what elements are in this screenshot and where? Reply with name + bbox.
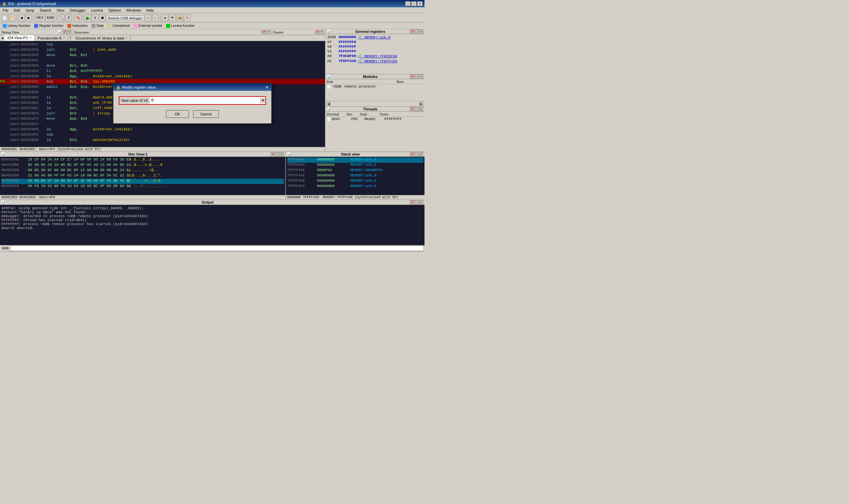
stack-line-ref[interactable]: MEMORY:unk_0 (350, 158, 376, 163)
tb-xref[interactable]: X (65, 15, 72, 21)
stack-line-ref[interactable]: MEMORY:unk_0 (350, 163, 376, 168)
code-line[interactable]: .text:0045CDCCmove$a0, $s2 (0, 52, 325, 58)
gdb-input[interactable] (10, 246, 424, 251)
dv-close[interactable]: ✕ (67, 30, 71, 34)
reg-float[interactable]: □ (415, 30, 418, 34)
stack-line-ref[interactable]: MEMORY:00000F01 (350, 168, 383, 174)
dialog-dropdown-arrow[interactable]: ▼ (260, 98, 265, 103)
tab-pseudo-close[interactable]: ✕ (63, 36, 65, 39)
dialog-ok-button[interactable]: OK (166, 110, 189, 118)
menu-windows[interactable]: Windows (125, 8, 142, 13)
minimize-button[interactable]: ─ (405, 1, 411, 6)
out-float[interactable]: □ (415, 200, 418, 204)
mod-nav-right[interactable]: ▶ (419, 102, 423, 106)
reg-link[interactable]: 🔗 MEMORY:unk_0 (358, 35, 391, 39)
menu-options[interactable]: Options (107, 8, 122, 13)
mod-float[interactable]: □ (415, 75, 418, 78)
tb-fwd[interactable]: ▶ (25, 15, 32, 21)
tb-modules[interactable]: 📦 (177, 15, 183, 21)
mod-nav-left[interactable]: ◀ (327, 102, 331, 106)
menu-edit[interactable]: Edit (13, 8, 21, 13)
reg-close[interactable]: ✕ (419, 30, 423, 34)
code-line[interactable]: .text:0045CDFCnop (0, 132, 325, 137)
tab-nav-left[interactable]: ◀ (1, 36, 3, 40)
menu-view[interactable]: View (55, 8, 66, 13)
code-line[interactable]: .text:0045CDC8jalr$t9; inet_addr (0, 47, 325, 52)
hex-close[interactable]: ✕ (280, 152, 284, 156)
maximize-button[interactable]: □ (411, 1, 417, 6)
enums-close[interactable]: ✕ (320, 30, 324, 34)
tab-pseudocode[interactable]: Pseudocode-A ✕ (35, 35, 68, 41)
tb-hex[interactable]: HEX (35, 15, 45, 21)
tab-occurrences[interactable]: Occurrences of: binary ip data ✕ (73, 35, 131, 41)
hex-float[interactable]: □ (275, 152, 279, 156)
stk-close[interactable]: ✕ (419, 152, 423, 156)
stack-line[interactable]: 7FFFF454 00000000 MEMORY:unk_0 (287, 184, 423, 189)
code-line[interactable]: .text:0045CDD0move$s1, $v0 (0, 63, 325, 68)
dialog-cancel-button[interactable]: Cancel (193, 110, 219, 118)
tab-occ-close[interactable]: ✕ (125, 36, 128, 39)
menu-file[interactable]: File (1, 8, 10, 13)
menu-lumina[interactable]: Lumina (90, 8, 104, 13)
stack-line-ref[interactable]: MEMORY:unk_0 (350, 174, 376, 179)
stk-float[interactable]: □ (415, 152, 418, 156)
stack-line-ref[interactable]: MEMORY:unk_0 (350, 179, 376, 184)
menu-debugger[interactable]: Debugger (68, 8, 87, 13)
thr-close[interactable]: ✕ (419, 107, 423, 111)
hex-view-content[interactable]: 0045CDA0 18 CF 84 24 A4 CF E7 24 8F 04 0… (0, 157, 285, 195)
stack-line-ref[interactable]: MEMORY:unk_0 (350, 184, 376, 189)
reg-link[interactable]: 🔗 MEMORY:7FEFF420 (358, 59, 397, 63)
tb-watch[interactable]: 👁 (169, 15, 176, 21)
hex-line[interactable]: 0045CDD0 21 88 40 00 FF FF 02 24 18 00 B… (1, 174, 284, 179)
dialog-input-field[interactable] (150, 97, 260, 104)
hex-pin[interactable]: 📌 (271, 152, 275, 156)
dialog-close-button[interactable]: ✕ (265, 85, 269, 90)
menu-search[interactable]: Search (38, 8, 53, 13)
tb-new[interactable]: 📄 (1, 15, 8, 21)
stack-line[interactable]: 7FFFF440 00000000 MEMORY:unk_0 (287, 158, 423, 163)
out-close[interactable]: ✕ (419, 200, 423, 204)
stack-line[interactable]: 7FFFF444 00000000 MEMORY:unk_0 (287, 163, 423, 168)
hex-line[interactable]: 0045CDA0 18 CF 84 24 A4 CF E7 24 8F 04 0… (1, 158, 284, 163)
tb-back[interactable]: ◀ (18, 15, 25, 21)
code-line[interactable]: .text:0045CDCC (0, 58, 325, 63)
close-button[interactable]: ✕ (417, 1, 422, 6)
tb-bp[interactable]: ● (162, 15, 168, 21)
stack-line[interactable]: 7FFFF44C 00000000 MEMORY:unk_0 (287, 174, 423, 179)
tb-bookmark[interactable]: 🔖 (75, 15, 82, 21)
enums-pin[interactable]: 📌 (315, 30, 319, 34)
menu-jump[interactable]: Jump (24, 8, 36, 13)
tb-pause[interactable]: ⏸ (92, 15, 98, 21)
tb-asm[interactable]: ASM (46, 15, 55, 21)
out-pin[interactable]: 📌 (410, 200, 414, 204)
reg-link[interactable]: 🔗 MEMORY:7F6CDF60 (358, 54, 397, 58)
tab-ida-view[interactable]: IDA View-PC ✕ (5, 35, 35, 41)
tb-stepover[interactable]: → (145, 15, 151, 21)
code-line[interactable]: .text:0045CE00la$t9,websSetDefaultDir (0, 137, 325, 143)
code-line[interactable]: .text:0045CDD8lw$gp,0x160+var_148($sp) (0, 74, 325, 79)
tb-x[interactable]: ✕ (184, 15, 191, 21)
tb-run[interactable]: ▶ (85, 15, 91, 21)
code-line[interactable]: .text:0045CDD4li$v0, 0xFFFFFFFF (0, 68, 325, 74)
mod-pin[interactable]: 📌 (410, 75, 414, 78)
stack-line[interactable]: 7FFFF450 00000000 MEMORY:unk_0 (287, 179, 423, 184)
menu-help[interactable]: Help (145, 8, 155, 13)
hex-line[interactable]: 0045CDB0 02 00 06 24 18 00 BC 8F 6F 01 4… (1, 163, 284, 168)
tb-search[interactable]: 🔍 (58, 15, 65, 21)
hex-line[interactable]: 0045CDC0 00 85 99 8F 00 00 BC 8F 12 00 0… (1, 168, 284, 174)
code-line[interactable]: .text:0045CDC4nop (0, 42, 325, 47)
mod-close[interactable]: ✕ (419, 75, 423, 78)
tb-stop[interactable]: ⏹ (99, 15, 106, 21)
struct-pin[interactable]: 📌 (262, 30, 266, 34)
stk-pin[interactable]: 📌 (410, 152, 414, 156)
hex-line[interactable]: 0045CDF0 09 F8 20 03 09 F8 20 03 18 00 B… (1, 184, 284, 189)
thr-float[interactable]: □ (415, 107, 418, 111)
struct-close[interactable]: ✕ (266, 30, 270, 34)
reg-pin[interactable]: 📌 (410, 30, 414, 34)
code-line[interactable]: .text:0045CDF8lw$gp,0x160+var_148($sp) (0, 127, 325, 132)
hex-line[interactable]: 0045CDE0 28 00 B0 27 18 80 82 8F 3C 89 9… (1, 179, 284, 184)
tb-stepin[interactable]: ↓ (152, 15, 159, 21)
stack-view-content[interactable]: 7FFFF440 00000000 MEMORY:unk_07FFFF444 0… (286, 157, 424, 195)
dv-pin[interactable]: 📌 (63, 30, 67, 34)
tab-ida-close[interactable]: ✕ (30, 36, 32, 39)
